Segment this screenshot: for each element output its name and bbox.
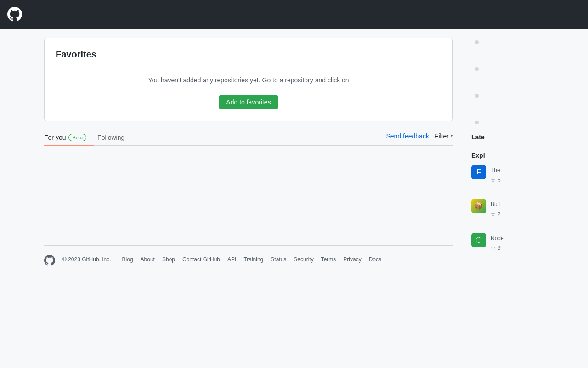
feed-content: [44, 153, 453, 245]
explore-title: Expl: [471, 152, 581, 159]
footer-link-training[interactable]: Training: [243, 255, 263, 265]
explore-item-1-desc: The: [491, 167, 581, 174]
footer-link-status[interactable]: Status: [271, 255, 286, 265]
explore-item-1-content: The ☆ 5: [491, 165, 581, 184]
tab-for-you-label: For you: [44, 134, 66, 141]
explore-item-2-desc: Buil: [491, 201, 581, 208]
footer-link-about[interactable]: About: [141, 255, 155, 265]
filter-button[interactable]: Filter ▾: [435, 132, 453, 140]
latest-changes-section: Late: [471, 133, 581, 141]
explore-item-1[interactable]: F The ☆ 5: [471, 165, 581, 191]
explore-item-3[interactable]: ⬡ Node ☆ 9: [471, 233, 581, 259]
scroll-indicators: [471, 36, 581, 133]
footer-link-contact-github[interactable]: Contact GitHub: [182, 255, 220, 265]
footer-link-blog[interactable]: Blog: [122, 255, 133, 265]
star-icon-3: ☆: [491, 245, 496, 251]
send-feedback-link[interactable]: Send feedback: [386, 132, 429, 140]
explore-item-3-icon: ⬡: [471, 233, 486, 247]
footer-links: Blog About Shop Contact GitHub API Train…: [122, 255, 381, 265]
left-sidebar: [0, 29, 33, 368]
star-icon-1: ☆: [491, 177, 496, 184]
tab-for-you[interactable]: For you Beta: [44, 130, 94, 146]
scroll-dot-4: [475, 121, 479, 124]
explore-item-3-desc: Node: [491, 235, 581, 242]
favorites-title: Favorites: [56, 49, 441, 60]
feed-tabs: For you Beta Following Send feedback Fil…: [44, 130, 453, 146]
main-content: Favorites You haven't added any reposito…: [33, 29, 464, 368]
scroll-dot-3: [475, 94, 479, 98]
explore-item-3-content: Node ☆ 9: [491, 233, 581, 252]
footer-link-shop[interactable]: Shop: [162, 255, 175, 265]
filter-label: Filter: [435, 132, 449, 140]
favorites-card: Favorites You haven't added any reposito…: [44, 38, 453, 121]
footer: © 2023 GitHub, Inc. Blog About Shop Cont…: [44, 245, 453, 276]
beta-badge: Beta: [68, 134, 86, 141]
footer-link-api[interactable]: API: [227, 255, 236, 265]
explore-item-1-icon: F: [471, 165, 486, 179]
star-icon-2: ☆: [491, 211, 496, 218]
tab-following-label: Following: [97, 134, 124, 141]
explore-item-2-content: Buil ☆ 2: [491, 199, 581, 218]
favorites-empty-text: You haven't added any repositories yet. …: [56, 67, 441, 87]
main-layout: Favorites You haven't added any reposito…: [0, 29, 588, 368]
explore-item-2-stars: ☆ 2: [491, 211, 581, 218]
footer-github-logo: [44, 255, 55, 267]
explore-item-2[interactable]: 📦 Buil ☆ 2: [471, 199, 581, 225]
github-logo-nav[interactable]: [7, 7, 22, 22]
scroll-dot-2: [475, 67, 479, 71]
add-to-favorites-button[interactable]: Add to favorites: [219, 95, 278, 109]
tab-following[interactable]: Following: [97, 130, 132, 146]
footer-link-docs[interactable]: Docs: [369, 255, 381, 265]
explore-item-1-stars: ☆ 5: [491, 177, 581, 184]
footer-link-privacy[interactable]: Privacy: [343, 255, 361, 265]
explore-item-2-icon: 📦: [471, 199, 486, 213]
right-sidebar: Late Expl F The ☆ 5: [464, 29, 588, 368]
explore-item-3-stars: ☆ 9: [491, 245, 581, 251]
explore-section: Expl F The ☆ 5 📦: [471, 152, 581, 259]
feed-tabs-left: For you Beta Following: [44, 130, 386, 145]
latest-changes-title: Late: [471, 133, 581, 141]
footer-link-security[interactable]: Security: [294, 255, 313, 265]
scroll-dot-1: [475, 40, 479, 44]
footer-copyright: © 2023 GitHub, Inc.: [62, 255, 111, 265]
top-nav: [0, 0, 588, 29]
feed-tabs-right: Send feedback Filter ▾: [386, 132, 453, 144]
footer-link-terms[interactable]: Terms: [321, 255, 336, 265]
chevron-down-icon: ▾: [451, 133, 453, 138]
